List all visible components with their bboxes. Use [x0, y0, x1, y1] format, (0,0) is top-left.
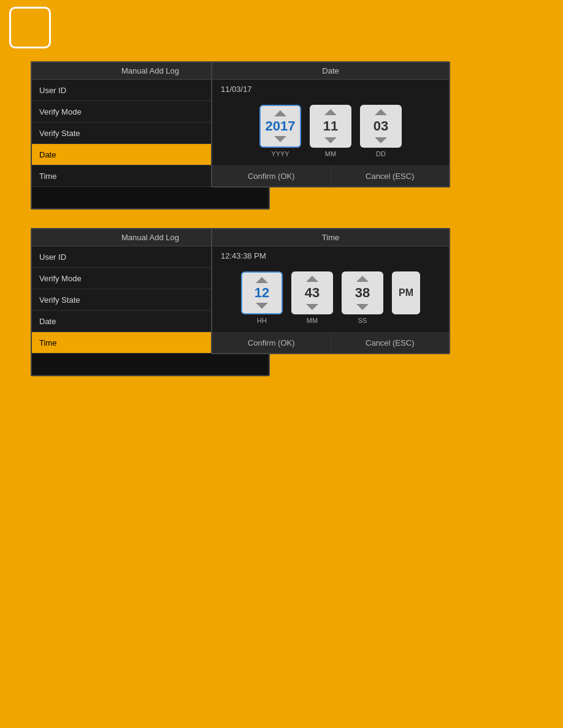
year-label: YYYY [271, 150, 289, 157]
date-picker-panel: Date 11/03/17 2017 YYYY 11 [211, 61, 450, 188]
time-spinners: 12 HH 43 MM [212, 265, 449, 327]
year-up-arrow[interactable] [274, 110, 286, 116]
hour-value: 12 [255, 286, 269, 300]
panel-label-verifymode-bottom: Verify Mode [39, 274, 82, 283]
top-bar [0, 0, 563, 55]
time-current-value: 12:43:38 PM [212, 246, 449, 265]
year-spinner-box[interactable]: 2017 [259, 105, 301, 148]
minute-down-arrow[interactable] [306, 304, 318, 310]
ampm-label [405, 317, 407, 324]
second-down-arrow[interactable] [356, 304, 369, 310]
hour-up-arrow[interactable] [256, 277, 268, 283]
second-spinner: 38 SS [342, 271, 383, 324]
day-value: 03 [373, 119, 388, 133]
date-cancel-button[interactable]: Cancel (ESC) [331, 166, 450, 186]
month-label: MM [325, 150, 336, 157]
panel-label-time-top: Time [39, 172, 56, 181]
date-confirm-button[interactable]: Confirm (OK) [212, 166, 331, 186]
panel-label-time-bottom: Time [39, 338, 56, 347]
minute-spinner-box[interactable]: 43 [291, 271, 333, 314]
panel-label-userid-top: User ID [39, 86, 66, 95]
time-picker-buttons: Confirm (OK) Cancel (ESC) [212, 332, 449, 353]
year-down-arrow[interactable] [274, 136, 286, 142]
date-spinners: 2017 YYYY 11 MM [212, 99, 449, 161]
hour-spinner: 12 HH [241, 271, 283, 324]
panel-footer-top [32, 187, 269, 208]
month-spinner: 11 MM [310, 105, 351, 157]
bottom-row: Manual Add Log User ID Verify Mode Verif… [31, 228, 532, 376]
panel-label-date-bottom: Date [39, 317, 56, 326]
minute-label: MM [307, 317, 318, 324]
hour-down-arrow[interactable] [256, 303, 268, 309]
panel-footer-bottom [32, 354, 269, 375]
hour-spinner-box[interactable]: 12 [241, 271, 283, 314]
panel-label-verifystate-top: Verify State [39, 129, 80, 138]
month-spinner-box[interactable]: 11 [310, 105, 351, 148]
top-row: Manual Add Log User ID Verify Mode Verif… [31, 61, 532, 210]
second-label: SS [358, 317, 367, 324]
year-spinner: 2017 YYYY [259, 105, 301, 157]
time-cancel-button[interactable]: Cancel (ESC) [331, 333, 450, 353]
logo-icon [9, 7, 51, 48]
day-up-arrow[interactable] [375, 109, 387, 115]
minute-up-arrow[interactable] [306, 276, 318, 282]
second-spinner-box[interactable]: 38 [342, 271, 383, 314]
panel-label-verifystate-bottom: Verify State [39, 295, 80, 305]
date-picker-buttons: Confirm (OK) Cancel (ESC) [212, 165, 449, 186]
ampm-value: PM [399, 287, 413, 298]
day-down-arrow[interactable] [375, 137, 387, 143]
ampm-box[interactable]: PM [392, 271, 420, 314]
year-value: 2017 [266, 119, 296, 133]
day-label: DD [376, 150, 386, 157]
hour-label: HH [257, 317, 267, 324]
second-up-arrow[interactable] [356, 276, 369, 282]
second-value: 38 [355, 286, 370, 300]
minute-spinner: 43 MM [291, 271, 333, 324]
panel-label-userid-bottom: User ID [39, 252, 66, 262]
bottom-bar [0, 700, 563, 728]
month-value: 11 [323, 119, 338, 133]
ampm-spinner: PM [392, 271, 420, 324]
minute-value: 43 [305, 286, 320, 300]
month-down-arrow[interactable] [324, 137, 337, 143]
day-spinner: 03 DD [360, 105, 402, 157]
panel-label-date-top: Date [39, 150, 56, 159]
time-picker-panel: Time 12:43:38 PM 12 HH 43 [211, 228, 450, 354]
day-spinner-box[interactable]: 03 [360, 105, 402, 148]
main-content: Manual Add Log User ID Verify Mode Verif… [0, 55, 563, 382]
panel-label-verifymode-top: Verify Mode [39, 107, 82, 116]
month-up-arrow[interactable] [324, 109, 337, 115]
date-picker-title: Date [212, 63, 449, 80]
date-current-value: 11/03/17 [212, 80, 449, 99]
time-confirm-button[interactable]: Confirm (OK) [212, 333, 331, 353]
time-picker-title: Time [212, 229, 449, 246]
